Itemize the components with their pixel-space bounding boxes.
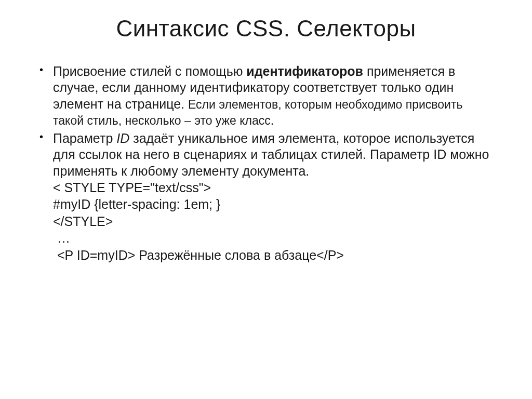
bullet-text-part: Присвоение стилей с помощью — [53, 64, 246, 78]
bullet-text-part: Параметр — [53, 131, 116, 145]
list-item: Параметр ID задаёт уникальное имя элемен… — [36, 130, 496, 263]
bullet-text-bold: идентификаторов — [246, 64, 363, 78]
bullet-list: Присвоение стилей с помощью идентификато… — [36, 63, 496, 263]
code-line: </STYLE> — [53, 213, 496, 230]
bullet-text-italic: ID — [116, 131, 129, 145]
code-line: < STYLE TYPE="text/css"> — [53, 179, 496, 196]
code-line: #myID {letter-spacing: 1em; } — [53, 196, 496, 213]
slide-title: Синтаксис CSS. Селекторы — [36, 16, 496, 42]
code-line: … — [53, 230, 496, 247]
list-item: Присвоение стилей с помощью идентификато… — [36, 63, 496, 128]
code-line: <P ID=myID> Разрежённые слова в абзаце</… — [53, 247, 496, 264]
